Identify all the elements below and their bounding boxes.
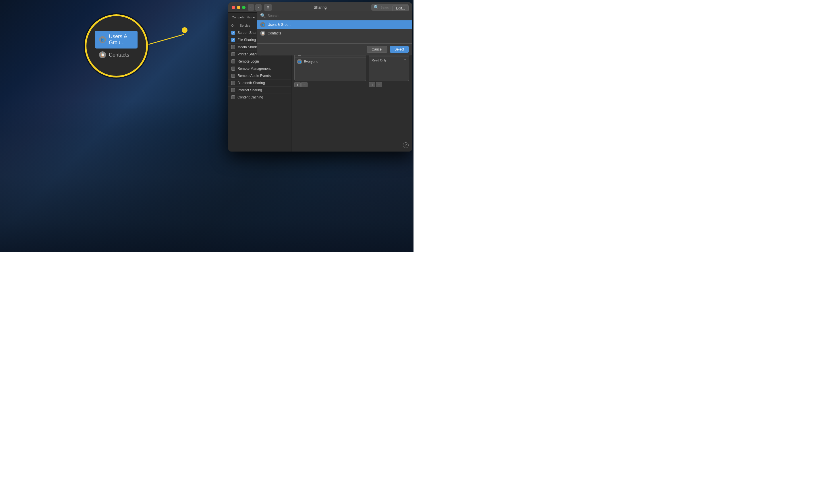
computer-name-label: Computer Name: — [232, 15, 256, 19]
forward-button[interactable]: › — [255, 4, 261, 11]
sheet-search-input[interactable] — [267, 14, 409, 18]
remote-login-label: Remote Login — [238, 59, 288, 63]
everyone-label: Everyone — [304, 60, 319, 64]
annotation-line — [118, 30, 192, 59]
zoom-item-users-groups: 👥 Users & Grou... — [95, 31, 138, 49]
perm-stepper-everyone[interactable]: ⌃ — [403, 58, 406, 62]
content-caching-checkbox[interactable] — [231, 95, 235, 99]
traffic-lights — [232, 6, 246, 9]
sharing-window: ‹ › ⊞ Sharing 🔍 Computer Name: 🔍 — [228, 2, 412, 152]
file-sharing-checkbox[interactable] — [231, 38, 235, 42]
remote-management-label: Remote Management — [238, 66, 288, 70]
sheet-list: 👥 Users & Grou... 📋 Contacts — [257, 20, 412, 43]
add-perm-button[interactable]: + — [369, 82, 375, 87]
sheet-search-icon: 🔍 — [260, 13, 266, 18]
perm-item-everyone[interactable]: Read Only ⌃ — [369, 57, 409, 64]
desktop: ‹ › ⊞ Sharing 🔍 Computer Name: 🔍 — [0, 0, 414, 252]
everyone-perm-label: Read Only — [372, 58, 387, 62]
maximize-button[interactable] — [242, 6, 246, 9]
bluetooth-sharing-label: Bluetooth Sharing — [238, 81, 288, 85]
cancel-button[interactable]: Cancel — [367, 46, 387, 53]
zoom-users-groups-icon: 👥 — [99, 36, 106, 43]
service-item-content-caching[interactable]: Content Caching — [228, 94, 291, 101]
remote-apple-events-label: Remote Apple Events — [238, 74, 288, 78]
internet-sharing-checkbox[interactable] — [231, 88, 235, 92]
users-section: 👥 Administrators 👥 Staff 👥 Everyone — [294, 41, 409, 149]
zoom-item-contacts: 📋 Contacts — [95, 49, 138, 61]
sheet-item-contacts[interactable]: 📋 Contacts — [257, 29, 412, 38]
remove-user-button[interactable]: − — [301, 82, 307, 87]
sheet-search-bar[interactable]: 🔍 — [257, 13, 412, 20]
window-content: Computer Name: 🔍 👥 Users & Grou... — [228, 13, 412, 152]
zoom-contacts-label: Contacts — [109, 52, 129, 58]
minimize-button[interactable] — [237, 6, 240, 9]
sheet-dropdown: 🔍 👥 Users & Grou... 📋 Contacts — [257, 13, 412, 55]
remote-apple-events-checkbox[interactable] — [231, 74, 235, 78]
contacts-icon: 📋 — [260, 31, 265, 36]
user-item-everyone[interactable]: 👥 Everyone — [295, 58, 366, 66]
sheet-item-contacts-label: Contacts — [267, 31, 281, 35]
sheet-actions: Cancel Select — [257, 43, 412, 55]
service-item-remote-management[interactable]: Remote Management — [228, 65, 291, 72]
sheet-item-users-groups-label: Users & Grou... — [267, 23, 291, 27]
close-button[interactable] — [232, 6, 235, 9]
bluetooth-sharing-checkbox[interactable] — [231, 81, 235, 85]
users-list-container: 👥 Administrators 👥 Staff 👥 Everyone — [294, 41, 366, 149]
help-button[interactable]: ? — [403, 142, 408, 148]
grid-button[interactable]: ⊞ — [264, 4, 272, 11]
service-item-remote-login[interactable]: Remote Login — [228, 58, 291, 65]
remote-login-checkbox[interactable] — [231, 59, 235, 63]
zoom-contacts-icon: 📋 — [99, 51, 106, 58]
users-groups-icon: 👥 — [260, 22, 265, 27]
zoom-content: 👥 Users & Grou... 📋 Contacts — [87, 16, 146, 76]
printer-sharing-checkbox[interactable] — [231, 52, 235, 56]
svg-line-0 — [118, 35, 184, 53]
navigation-buttons: ‹ › ⊞ — [248, 4, 272, 11]
annotation-container: 👥 Users & Grou... 📋 Contacts — [85, 14, 156, 86]
everyone-avatar: 👥 — [297, 59, 302, 64]
zoom-circle: 👥 Users & Grou... 📋 Contacts — [85, 14, 148, 78]
window-title: Sharing — [314, 5, 327, 9]
add-user-button[interactable]: + — [294, 82, 301, 87]
service-item-bluetooth-sharing[interactable]: Bluetooth Sharing — [228, 80, 291, 87]
service-item-remote-apple-events[interactable]: Remote Apple Events — [228, 72, 291, 80]
screen-sharing-checkbox[interactable] — [231, 31, 235, 35]
perm-add-remove: + − — [369, 82, 409, 87]
left-panel: Computer Name: 🔍 👥 Users & Grou... — [228, 13, 291, 152]
content-caching-label: Content Caching — [238, 95, 288, 99]
annotation-dot — [182, 27, 188, 33]
sheet-item-users-groups[interactable]: 👥 Users & Grou... — [257, 20, 412, 29]
remove-perm-button[interactable]: − — [376, 82, 382, 87]
service-item-internet-sharing[interactable]: Internet Sharing — [228, 87, 291, 94]
users-add-remove: + − — [294, 82, 366, 87]
media-sharing-checkbox[interactable] — [231, 45, 235, 49]
internet-sharing-label: Internet Sharing — [238, 88, 288, 92]
select-button[interactable]: Select — [390, 46, 409, 53]
permissions-container: Read & Write ⌃ Read Only ⌃ Read Only ⌃ — [369, 41, 409, 149]
zoom-users-groups-label: Users & Grou... — [109, 34, 134, 46]
remote-management-checkbox[interactable] — [231, 66, 235, 70]
on-column-header: On — [231, 24, 240, 27]
back-button[interactable]: ‹ — [248, 4, 254, 11]
search-icon: 🔍 — [374, 5, 379, 10]
